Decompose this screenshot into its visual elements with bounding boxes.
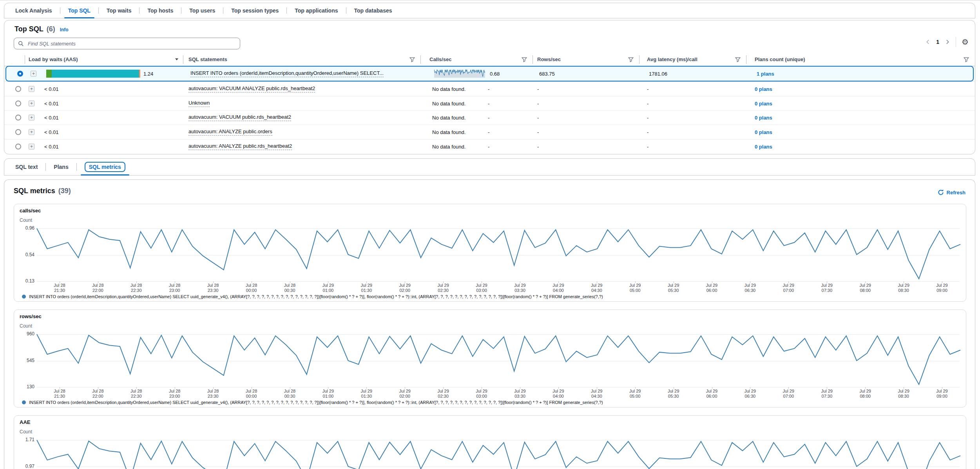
chart-plot-area [37,440,960,469]
sort-descending-icon[interactable] [174,57,179,62]
tab-plans[interactable]: Plans [46,159,76,175]
tab-top-session-types[interactable]: Top session types [223,3,286,18]
column-separator [420,55,421,64]
tab-top-users[interactable]: Top users [181,3,223,18]
x-tick-label: Jul 28 22:30 [130,389,142,399]
rows-per-sec-value: - [537,100,539,106]
sql-statement-link[interactable]: autovacuum: ANALYZE public.rds_heartbeat… [188,143,292,150]
table-row[interactable]: +< 0.01autovacuum: ANALYZE public.orders… [4,125,975,139]
plans-count-link[interactable]: 0 plans [755,115,772,121]
plans-count-link[interactable]: 1 plans [757,71,774,76]
avg-latency-value: - [647,100,649,106]
tab-top-applications[interactable]: Top applications [287,3,346,18]
calls-per-sec-value: - [488,115,489,121]
expand-row-icon[interactable]: + [29,144,34,150]
chart-legend: INSERT INTO orders (orderId,itemDescript… [22,400,960,405]
expand-row-icon[interactable]: + [29,86,34,92]
legend-series-label: INSERT INTO orders (orderId,itemDescript… [29,400,603,405]
calls-no-data-text: No data found. [432,115,466,121]
table-row[interactable]: +< 0.01UnknownNo data found.---0 plans [4,96,975,110]
chart-title: AAE [20,419,30,425]
row-select-radio[interactable] [15,100,21,106]
y-tick-label: 1.71 [16,437,34,442]
rows-per-sec-value: - [537,115,539,121]
top-sql-header: Top SQL (6) Info [14,25,69,33]
sql-statement-link[interactable]: autovacuum: VACUUM ANALYZE public.rds_he… [188,85,315,92]
plans-count-link[interactable]: 0 plans [755,144,772,150]
tab-top-sql[interactable]: Top SQL [60,3,98,18]
column-header-rows-sec[interactable]: Rows/sec [537,56,561,62]
expand-row-icon[interactable]: + [31,71,36,76]
page-number[interactable]: 1 [936,39,939,45]
tab-top-hosts[interactable]: Top hosts [139,3,181,18]
gear-icon[interactable]: ⚙ [962,38,969,46]
column-header-load-by-waits-aas[interactable]: Load by waits (AAS) [29,56,78,62]
filter-funnel-icon[interactable] [735,57,741,62]
detail-tabs: SQL textPlansSQL metrics [4,158,975,176]
search-input[interactable] [27,40,236,47]
plans-count-link[interactable]: 0 plans [755,129,772,135]
column-header-sql-statements[interactable]: SQL statements [188,56,227,62]
tab-top-waits[interactable]: Top waits [99,3,139,18]
row-select-radio[interactable] [15,115,21,121]
line-series [37,440,960,469]
table-row[interactable]: +1.24INSERT INTO orders (orderId,itemDes… [5,66,974,81]
table-row[interactable]: +< 0.01autovacuum: ANALYZE public.rds_he… [4,139,975,154]
x-tick-label: Jul 28 22:00 [92,283,103,293]
avg-latency-value: 1781.06 [649,71,667,76]
plans-count-link[interactable]: 0 plans [755,100,772,106]
x-tick-label: Jul 29 06:00 [706,389,717,399]
tab-lock-analysis[interactable]: Lock Analysis [7,3,60,18]
column-header-plans-count-unique[interactable]: Plans count (unique) [755,56,805,62]
row-select-radio[interactable] [17,71,23,76]
tab-sql-metrics[interactable]: SQL metrics [77,159,133,175]
sql-statement-link[interactable]: Unknown [188,100,210,107]
load-bar-segment [52,69,139,78]
x-tick-label: Jul 29 04:30 [591,389,602,399]
x-tick-label: Jul 29 03:00 [476,283,487,293]
expand-row-icon[interactable]: + [29,100,34,106]
load-value: < 0.01 [44,144,59,150]
row-select-radio[interactable] [15,144,21,150]
x-tick-label: Jul 28 23:30 [207,283,219,293]
column-header-avg-latency-ms-call[interactable]: Avg latency (ms)/call [647,56,697,62]
tab-top-databases[interactable]: Top databases [346,3,400,18]
sql-statement-link[interactable]: INSERT INTO orders (orderId,itemDescript… [190,70,384,77]
info-link[interactable]: Info [60,27,69,33]
refresh-button[interactable]: Refresh [938,189,966,196]
sql-statement-link[interactable]: autovacuum: VACUUM public.rds_heartbeat2 [188,114,291,121]
filter-funnel-icon[interactable] [964,57,969,62]
x-tick-label: Jul 29 04:00 [552,389,564,399]
load-by-waits-bar [46,69,140,78]
expand-row-icon[interactable]: + [29,115,34,121]
column-header-calls-sec[interactable]: Calls/sec [429,56,451,62]
previous-page-icon[interactable] [925,39,931,45]
sql-statement-link[interactable]: autovacuum: ANALYZE public.orders [188,129,272,136]
x-tick-label: Jul 29 07:30 [821,283,833,293]
metrics-counter: (39) [58,187,71,195]
x-tick-label: Jul 29 01:00 [322,389,334,399]
column-separator [25,55,25,64]
row-select-radio[interactable] [15,86,21,92]
filter-funnel-icon[interactable] [409,57,415,62]
chart-plot-area [37,334,960,387]
search-icon [18,41,24,47]
filter-funnel-icon[interactable] [628,57,634,62]
calls-per-sec-value: - [488,144,489,150]
tab-sql-text[interactable]: SQL text [7,159,45,175]
table-row[interactable]: +< 0.01autovacuum: VACUUM public.rds_hea… [4,110,975,125]
row-select-radio[interactable] [15,129,21,135]
chart-y-axis-label: Count [20,323,32,329]
y-tick-label: 0.54 [16,252,34,257]
panel-counter: (6) [47,25,55,33]
performance-insights-page: Lock AnalysisTop SQLTop waitsTop hostsTo… [0,0,980,469]
chart-y-axis-label: Count [20,429,32,435]
pagination: 1 ⚙ [925,37,969,47]
analysis-tabs: Lock AnalysisTop SQLTop waitsTop hostsTo… [4,3,975,18]
table-row[interactable]: +< 0.01autovacuum: VACUUM ANALYZE public… [4,81,975,96]
next-page-icon[interactable] [945,39,950,45]
x-tick-label: Jul 28 00:30 [284,283,295,293]
expand-row-icon[interactable]: + [29,129,34,135]
plans-count-link[interactable]: 0 plans [755,86,772,92]
filter-funnel-icon[interactable] [522,57,527,62]
